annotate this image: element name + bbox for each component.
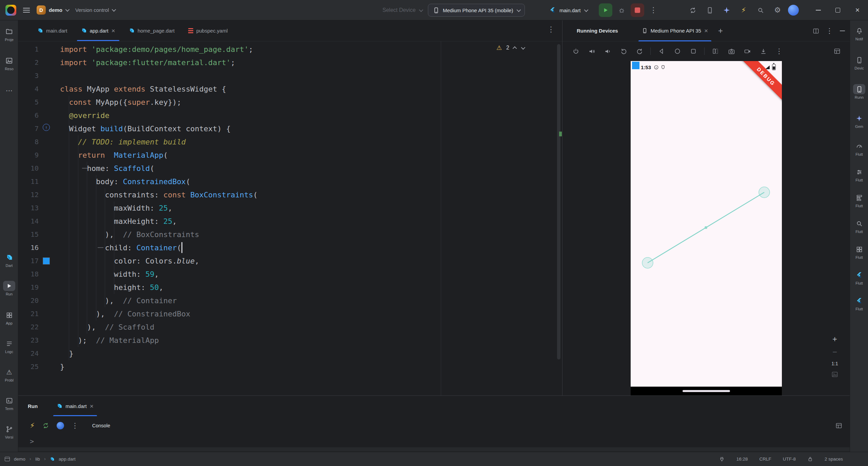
code-line[interactable]: ), // Container xyxy=(60,294,258,307)
code-area[interactable]: import 'package:demo/pages/home_page.dar… xyxy=(60,43,258,373)
emulator[interactable]: 1:53 3G xyxy=(631,61,782,395)
code-line[interactable]: width: 59, xyxy=(60,268,258,281)
more-actions-kebab[interactable]: ⋮ xyxy=(647,4,660,17)
code-line[interactable]: ), // Scaffold xyxy=(60,321,258,334)
debug-button[interactable] xyxy=(615,4,628,17)
zoom-ratio[interactable]: 1:1 xyxy=(831,361,838,366)
sidebar-item-flutter-settings[interactable]: Flutt xyxy=(850,167,868,182)
emulator-nav-bar[interactable] xyxy=(631,387,782,395)
color-preview-swatch[interactable] xyxy=(43,257,50,265)
sidebar-item-gemini[interactable]: Gem xyxy=(850,113,868,129)
android-back-button[interactable] xyxy=(656,46,667,56)
code-line[interactable]: child: Container( xyxy=(60,241,258,254)
tool-window-widget-icon[interactable] xyxy=(5,457,10,461)
sidebar-item-project[interactable]: Proje xyxy=(0,26,18,42)
tab-medium-phone[interactable]: Medium Phone API 35 × xyxy=(636,20,713,41)
caret-position-widget[interactable]: 16:28 xyxy=(736,457,748,462)
close-button[interactable]: × xyxy=(850,0,865,20)
minimize-button[interactable] xyxy=(810,0,826,20)
tab-pubspec-yaml[interactable]: pubspec.yaml xyxy=(181,20,235,41)
code-line[interactable] xyxy=(60,69,258,82)
code-line[interactable]: color: Colors.blue, xyxy=(60,254,258,268)
wallpaper-icon[interactable] xyxy=(831,371,838,378)
rotate-left-button[interactable] xyxy=(618,46,629,56)
split-panel-icon[interactable] xyxy=(813,28,819,34)
device-manager-button[interactable] xyxy=(703,4,716,17)
code-line[interactable]: const MyApp({super.key}); xyxy=(60,96,258,109)
device-selector[interactable]: Medium Phone API 35 (mobile) xyxy=(428,4,525,17)
code-line[interactable]: } xyxy=(60,347,258,360)
tab-app-dart[interactable]: app.dart × xyxy=(74,20,122,41)
editor-scrollbar[interactable] xyxy=(557,44,560,360)
sidebar-item-flutter-2[interactable]: Flutt xyxy=(850,296,868,311)
gemini-button[interactable] xyxy=(720,4,733,17)
close-tab-icon[interactable]: × xyxy=(112,27,115,34)
sidebar-item-version-control[interactable]: Versi xyxy=(0,424,18,439)
sidebar-item-flutter-network[interactable]: Flutt xyxy=(850,244,868,259)
screenshot-button[interactable] xyxy=(726,46,736,56)
sidebar-item-app-inspection[interactable]: App xyxy=(0,310,18,325)
select-device-dropdown[interactable]: Select Device xyxy=(382,0,422,20)
code-line[interactable]: ), // ConstrainedBox xyxy=(60,307,258,321)
lock-icon[interactable] xyxy=(807,456,813,462)
sidebar-item-more[interactable]: ⋯ xyxy=(0,85,18,97)
layout-settings-icon[interactable] xyxy=(835,422,842,429)
console-output[interactable]: > xyxy=(18,435,850,451)
sidebar-item-logcat[interactable]: Logc xyxy=(0,338,18,354)
volume-up-button[interactable] xyxy=(587,46,597,56)
tab-run-main-dart[interactable]: main.dart × xyxy=(51,396,99,416)
emulator-screen[interactable]: 1:53 3G xyxy=(631,61,782,387)
code-line[interactable]: ), // BoxConstraints xyxy=(60,228,258,241)
add-device-tab-button[interactable]: + xyxy=(718,26,723,36)
code-line[interactable]: import 'package:demo/pages/home_page.dar… xyxy=(60,43,258,56)
gradle-sync-button[interactable] xyxy=(686,4,699,17)
tab-home-page-dart[interactable]: home_page.dart xyxy=(122,20,181,41)
stop-button[interactable] xyxy=(631,3,644,17)
settings-button[interactable]: ⚙ xyxy=(771,4,784,17)
chevron-up-icon[interactable] xyxy=(513,46,517,51)
code-line[interactable]: maxHeight: 25, xyxy=(60,215,258,228)
fold-device-button[interactable] xyxy=(710,46,721,56)
project-widget[interactable]: D demo xyxy=(37,5,68,15)
sidebar-item-problems[interactable]: ⚠ Probl xyxy=(0,367,18,382)
panel-options-kebab[interactable]: ⋮ xyxy=(826,27,833,35)
code-line[interactable]: // TODO: implement build xyxy=(60,135,258,149)
close-tab-icon[interactable]: × xyxy=(90,403,94,409)
code-line[interactable]: body: ConstrainedBox( xyxy=(60,175,258,188)
sidebar-item-run[interactable]: Run xyxy=(0,281,18,296)
sidebar-item-resource-manager[interactable]: Reso xyxy=(0,56,18,71)
device-options-kebab[interactable]: ⋮ xyxy=(774,46,784,56)
display-mode-icon[interactable] xyxy=(832,46,842,56)
sidebar-item-flutter-1[interactable]: Flutt xyxy=(850,270,868,285)
console-tab-label[interactable]: Console xyxy=(92,423,110,428)
chevron-down-icon[interactable] xyxy=(521,45,526,50)
zoom-in-button[interactable]: + xyxy=(832,335,837,343)
code-line[interactable]: ); // MaterialApp xyxy=(60,334,258,347)
code-line[interactable]: home: Scaffold( xyxy=(60,162,258,175)
code-line[interactable]: import 'package:flutter/material.dart'; xyxy=(60,56,258,69)
plug-icon[interactable] xyxy=(719,456,725,462)
sidebar-item-flutter-outline[interactable]: Flutt xyxy=(850,193,868,208)
zoom-out-button[interactable]: − xyxy=(832,348,837,356)
android-overview-button[interactable] xyxy=(688,46,698,56)
editor-gutter[interactable]: 1234567891011121314151617181920212223242… xyxy=(18,43,39,373)
run-configuration-selector[interactable]: main.dart xyxy=(549,0,587,20)
code-line[interactable]: height: 50, xyxy=(60,281,258,294)
devtools-button[interactable] xyxy=(57,422,64,429)
avatar[interactable] xyxy=(788,5,799,16)
breadcrumb-project[interactable]: demo xyxy=(14,457,25,462)
power-button[interactable] xyxy=(571,46,581,56)
maximize-button[interactable] xyxy=(830,0,846,20)
sidebar-item-dart-analysis[interactable]: Dart xyxy=(0,252,18,268)
ai-spark-button[interactable]: ⚡ xyxy=(737,4,750,17)
hot-reload-button[interactable]: ⚡ xyxy=(30,422,35,429)
breadcrumb-lib[interactable]: lib xyxy=(35,457,40,462)
line-separator-widget[interactable]: CRLF xyxy=(759,457,771,462)
sidebar-item-terminal[interactable]: Term xyxy=(0,395,18,411)
android-home-button[interactable] xyxy=(672,46,683,56)
code-line[interactable]: @override xyxy=(60,109,258,122)
main-menu-icon[interactable] xyxy=(23,8,30,13)
sidebar-item-device-manager[interactable]: Devic xyxy=(850,55,868,70)
hide-panel-icon[interactable] xyxy=(840,31,845,31)
breadcrumb-file[interactable]: app.dart xyxy=(59,457,76,462)
